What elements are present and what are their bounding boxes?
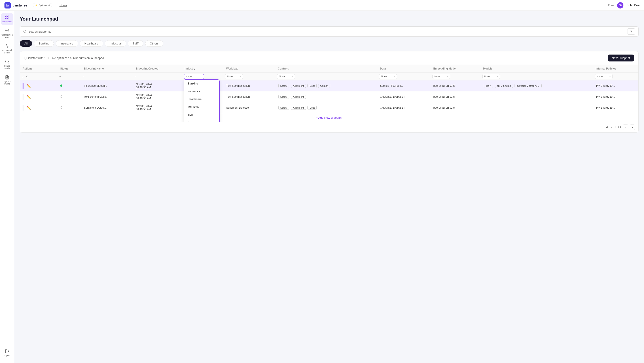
col-controls: Controls xyxy=(275,65,378,73)
svg-line-11 xyxy=(26,32,26,33)
sidebar-item-scans-label: Scans Details xyxy=(2,65,12,70)
col-internal-policies: Internal Policies xyxy=(593,65,638,73)
row3-policies: TW-Energy-Er... xyxy=(593,102,638,113)
table-row: ✏️ ⋮ Insurance Bluepri... Nov 06, 202406… xyxy=(20,80,638,91)
controls-filter-select[interactable]: None xyxy=(277,74,295,79)
data-filter-select[interactable]: None xyxy=(379,74,397,79)
chevron-down-icon xyxy=(610,126,613,129)
filter-tab-healthcare[interactable]: Healthcare xyxy=(80,40,103,47)
filter-workload-cell[interactable]: None xyxy=(224,73,275,80)
filter-created-cell: - xyxy=(133,73,182,80)
plan-badge: Free xyxy=(608,4,614,7)
filter-confirm-button[interactable]: ✓ xyxy=(22,75,24,78)
status-inactive xyxy=(60,95,62,98)
command-icon xyxy=(5,44,10,48)
filter-tab-insurance[interactable]: Insurance xyxy=(56,40,78,47)
prev-page-button[interactable]: ‹ xyxy=(623,124,628,130)
row1-policies: TW-Energy-Er... xyxy=(593,80,638,91)
filter-data-cell[interactable]: None xyxy=(377,73,431,80)
home-link[interactable]: Home xyxy=(60,3,67,7)
sidebar-item-optimization-hub[interactable]: Optimization Hub xyxy=(1,26,14,40)
add-row[interactable]: + Add New Blueprint xyxy=(20,113,638,122)
svg-rect-1 xyxy=(8,16,9,17)
new-blueprint-button[interactable]: New Blueprint xyxy=(608,54,634,61)
table-header-bar: Quickstart with 100+ live optimized ai b… xyxy=(20,51,638,65)
workload-filter-select[interactable]: None xyxy=(225,74,243,79)
dropdown-insurance[interactable]: Insurance xyxy=(184,87,219,95)
edit-button-row1[interactable]: ✏️ xyxy=(26,83,32,88)
search-input[interactable] xyxy=(28,30,626,33)
main-content: Your Launchpad All Banking Insurance Hea… xyxy=(14,11,644,363)
row1-blueprint-name: Insurance Bluepri... xyxy=(81,80,133,91)
filter-tab-industrial[interactable]: Industrial xyxy=(105,40,126,47)
policies-filter-select[interactable]: None xyxy=(595,74,613,79)
row3-status xyxy=(58,102,81,113)
industry-filter-select[interactable]: None Banking Insurance Healthcare Indust… xyxy=(184,74,204,79)
filter-name-dash: - xyxy=(83,75,84,78)
filter-policies-cell[interactable]: None xyxy=(593,73,638,80)
filter-tab-others[interactable]: Others xyxy=(145,40,163,47)
row1-status xyxy=(58,80,81,91)
col-industry: Industry xyxy=(182,65,224,73)
more-button-row2[interactable]: ⋮ xyxy=(33,94,39,99)
dropdown-tmt[interactable]: TMT xyxy=(184,111,219,119)
next-page-button[interactable]: › xyxy=(630,124,635,130)
add-row-cell[interactable]: + Add New Blueprint xyxy=(20,113,638,122)
filter-button[interactable] xyxy=(627,28,635,35)
table-row: ✏️ ⋮ Text Summarizatio... Nov 06, 202406… xyxy=(20,91,638,102)
sidebar-item-logs-label: Logs and Tracing xyxy=(2,80,12,85)
embedding-filter-select[interactable]: None xyxy=(432,74,450,79)
row3-data: CHOOSE_DATASET xyxy=(377,102,431,113)
col-data: Data xyxy=(377,65,431,73)
scans-icon xyxy=(5,59,10,64)
svg-rect-2 xyxy=(5,18,7,19)
filter-embedding-cell[interactable]: None xyxy=(431,73,480,80)
table-row: ✏️ ⋮ Sentiment Detecti... Nov 06, 202406… xyxy=(20,102,638,113)
filter-controls-cell[interactable]: None xyxy=(275,73,378,80)
row2-workload: Text Summarization xyxy=(224,91,275,102)
dropdown-healthcare[interactable]: Healthcare xyxy=(184,95,219,103)
sidebar-item-scans-details[interactable]: Scans Details xyxy=(1,58,14,71)
badge-cost: Cost xyxy=(308,84,317,88)
sidebar-item-logs-tracing[interactable]: Logs and Tracing xyxy=(1,73,14,87)
col-blueprint-created: Blueprint Created xyxy=(133,65,182,73)
more-button-row3[interactable]: ⋮ xyxy=(33,105,39,110)
row3-actions: ✏️ ⋮ xyxy=(20,102,58,113)
action-icons-row1: ✏️ ⋮ xyxy=(22,83,55,89)
badge-gpt35: gpt-3.5-turbo xyxy=(495,84,513,88)
badge-carbon: Carbon xyxy=(318,84,330,88)
sidebar-item-command-center[interactable]: Command Center xyxy=(1,42,14,56)
edit-button-row3[interactable]: ✏️ xyxy=(26,105,32,110)
launchpad-icon xyxy=(5,15,10,20)
filter-tab-banking[interactable]: Banking xyxy=(34,40,54,47)
dropdown-industrial[interactable]: Industrial xyxy=(184,103,219,111)
table-container: Quickstart with 100+ live optimized ai b… xyxy=(20,51,639,133)
optimize-badge[interactable]: ⚡ Optimize:ai xyxy=(33,3,52,7)
sidebar-item-launchpad[interactable]: Launchpad xyxy=(1,13,14,25)
sidebar-item-logout[interactable]: Logout xyxy=(1,347,14,359)
row3-blueprint-name: Sentiment Detecti... xyxy=(81,102,133,113)
table-header-row: Actions Status Blueprint Name Blueprint … xyxy=(20,65,638,73)
badge-safety: Safety xyxy=(278,84,289,88)
filter-tab-all[interactable]: All xyxy=(20,40,32,47)
filter-industry-cell[interactable]: None Banking Insurance Healthcare Indust… xyxy=(182,73,224,80)
svg-rect-3 xyxy=(8,18,9,19)
filter-tab-tmt[interactable]: TMT xyxy=(128,40,143,47)
logo: tw trustwise xyxy=(4,2,27,8)
row2-status xyxy=(58,91,81,102)
models-filter-select[interactable]: None xyxy=(482,74,500,79)
page-count: 1 of 2 xyxy=(614,126,621,129)
filter-cancel-button[interactable]: ✕ xyxy=(26,75,28,78)
more-button-row1[interactable]: ⋮ xyxy=(33,83,39,88)
row2-policies: TW-Energy-Er... xyxy=(593,91,638,102)
edit-button-row2[interactable]: ✏️ xyxy=(26,94,32,99)
row2-data: CHOOSE_DATASET xyxy=(377,91,431,102)
row3-workload: Sentiment Detection xyxy=(224,102,275,113)
row2-actions: ✏️ ⋮ xyxy=(20,91,58,102)
svg-rect-0 xyxy=(5,16,7,17)
dropdown-banking[interactable]: Banking xyxy=(184,80,219,87)
sidebar-item-optimization-label: Optimization Hub xyxy=(1,34,12,39)
filter-models-cell[interactable]: None xyxy=(480,73,593,80)
dropdown-others[interactable]: Others xyxy=(184,119,219,122)
top-nav: tw trustwise ⚡ Optimize:ai Home Free JD … xyxy=(0,0,644,11)
